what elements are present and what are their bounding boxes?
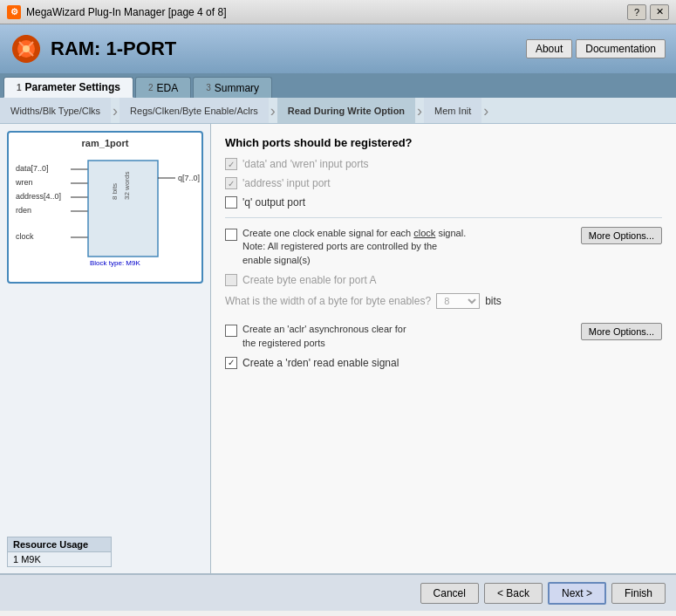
svg-rect-8 (35, 47, 40, 51)
svg-rect-6 (24, 58, 28, 63)
byte-enable-checkbox (225, 274, 237, 286)
ram-diagram-title: ram_1port (14, 138, 196, 148)
bits-label: bits (485, 295, 502, 307)
tab-eda[interactable]: 2 EDA (135, 77, 191, 98)
tab-number-1: 1 (17, 83, 22, 92)
clock-enable-content: Create one clock enable signal for each … (225, 227, 466, 267)
header-buttons: About Documentation (526, 39, 666, 58)
breadcrumb-read-during-write[interactable]: Read During Write Option (277, 98, 415, 123)
tab-bar: 1 Parameter Settings 2 EDA 3 Summary (0, 73, 676, 98)
svg-text:q[7..0]: q[7..0] (178, 174, 200, 182)
byte-width-label: What is the width of a byte for byte ena… (225, 295, 431, 307)
tab-number-2: 2 (148, 83, 154, 92)
documentation-button[interactable]: Documentation (576, 39, 666, 58)
breadcrumb-regs[interactable]: Regs/Clken/Byte Enable/Aclrs (119, 98, 269, 123)
svg-text:data[7..0]: data[7..0] (16, 164, 49, 173)
tab-number-3: 3 (206, 83, 211, 92)
address-row: ✓ 'address' input port (225, 177, 662, 189)
svg-text:rden: rden (16, 206, 31, 215)
svg-rect-7 (12, 47, 17, 51)
help-button[interactable]: ? (627, 4, 646, 20)
left-panel: ram_1port data[7..0] wren address[4..0] … (0, 124, 211, 574)
breadcrumb-arrow-1: › (111, 98, 119, 124)
ram-diagram-svg: data[7..0] wren address[4..0] rden clock… (14, 152, 206, 274)
tab-label-1: Parameter Settings (25, 81, 120, 93)
header-left: RAM: 1-PORT (10, 33, 176, 65)
rden-row: ✓ Create a 'rden' read enable signal (225, 357, 662, 369)
next-button[interactable]: Next > (548, 582, 606, 605)
q-output-checkbox[interactable] (225, 196, 237, 209)
svg-text:8 bits: 8 bits (111, 183, 119, 200)
svg-point-4 (23, 45, 30, 52)
svg-text:Block type: M9K: Block type: M9K (90, 259, 140, 267)
svg-text:32 words: 32 words (123, 172, 131, 200)
aclr-text: Create an 'aclr' asynchronous clear for … (242, 323, 406, 350)
data-wren-label: 'data' and 'wren' input ports (242, 158, 369, 170)
q-output-row: 'q' output port (225, 196, 662, 209)
clock-enable-more-options-button[interactable]: More Options... (581, 227, 662, 244)
clock-enable-section: Create one clock enable signal for each … (225, 227, 662, 267)
data-wren-checkbox: ✓ (225, 158, 237, 170)
aclr-line1: Create an 'aclr' asynchronous clear for (242, 323, 406, 336)
window-title: MegaWizard Plug-In Manager [page 4 of 8] (26, 6, 627, 18)
address-checkbox: ✓ (225, 177, 237, 189)
svg-text:address[4..0]: address[4..0] (16, 192, 61, 201)
back-button[interactable]: < Back (484, 583, 543, 604)
byte-enable-label: Create byte enable for port A (242, 274, 376, 286)
breadcrumb-arrow-2: › (269, 98, 277, 124)
aclr-more-options-button[interactable]: More Options... (581, 323, 662, 340)
clock-enable-line1: Create one clock enable signal for each … (242, 227, 466, 240)
clock-enable-line3: enable signal(s) (242, 254, 466, 267)
divider-1 (225, 217, 662, 218)
aclr-section: Create an 'aclr' asynchronous clear for … (225, 323, 662, 350)
close-button[interactable]: ✕ (650, 4, 669, 20)
bottom-bar: Cancel < Back Next > Finish (0, 574, 676, 611)
aclr-checkbox[interactable] (225, 325, 237, 337)
resource-usage-value: 1 M9K (8, 552, 111, 566)
clock-enable-line2: Note: All registered ports are controlle… (242, 240, 466, 253)
tab-summary[interactable]: 3 Summary (193, 77, 272, 98)
panels-area: ram_1port data[7..0] wren address[4..0] … (0, 124, 676, 574)
cancel-button[interactable]: Cancel (420, 583, 479, 604)
finish-button[interactable]: Finish (611, 583, 666, 604)
app-icon: ⚙ (7, 5, 21, 19)
resource-usage-box: Resource Usage 1 M9K (7, 537, 112, 567)
svg-text:wren: wren (15, 178, 33, 187)
right-panel: Which ports should be registered? ✓ 'dat… (211, 124, 676, 574)
rden-label: Create a 'rden' read enable signal (242, 357, 399, 369)
breadcrumb-widths[interactable]: Widths/Blk Type/Clks (0, 98, 111, 123)
header: RAM: 1-PORT About Documentation (0, 24, 676, 73)
content-wrapper: ram_1port data[7..0] wren address[4..0] … (0, 124, 676, 611)
tab-parameter-settings[interactable]: 1 Parameter Settings (3, 77, 133, 98)
rden-checkbox[interactable]: ✓ (225, 357, 237, 369)
q-output-label: 'q' output port (242, 196, 305, 209)
data-wren-row: ✓ 'data' and 'wren' input ports (225, 158, 662, 170)
title-bar: ⚙ MegaWizard Plug-In Manager [page 4 of … (0, 0, 676, 24)
title-bar-buttons: ? ✕ (627, 4, 669, 20)
svg-text:clock: clock (16, 232, 34, 241)
breadcrumb: Widths/Blk Type/Clks › Regs/Clken/Byte E… (0, 98, 676, 124)
breadcrumb-arrow-3: › (415, 98, 424, 124)
header-icon (10, 33, 42, 65)
clock-enable-text: Create one clock enable signal for each … (242, 227, 466, 267)
breadcrumb-mem-init[interactable]: Mem Init (424, 98, 481, 123)
aclr-content: Create an 'aclr' asynchronous clear for … (225, 323, 406, 350)
resource-usage-title: Resource Usage (8, 537, 111, 552)
aclr-line2: the registered ports (242, 337, 406, 350)
breadcrumb-arrow-4: › (481, 98, 490, 124)
address-label: 'address' input port (242, 177, 331, 189)
byte-enable-row: Create byte enable for port A (225, 274, 662, 286)
tab-label-3: Summary (215, 82, 259, 94)
spacer (225, 316, 662, 323)
ram-diagram: ram_1port data[7..0] wren address[4..0] … (7, 131, 203, 284)
clock-enable-checkbox[interactable] (225, 229, 237, 241)
section-title: Which ports should be registered? (225, 136, 662, 149)
byte-width-row: What is the width of a byte for byte ena… (225, 293, 662, 309)
byte-width-select[interactable]: 8 9 (436, 293, 480, 309)
tab-label-2: EDA (157, 82, 179, 94)
svg-rect-5 (24, 35, 28, 40)
page-title: RAM: 1-PORT (51, 38, 176, 60)
about-button[interactable]: About (526, 39, 572, 58)
